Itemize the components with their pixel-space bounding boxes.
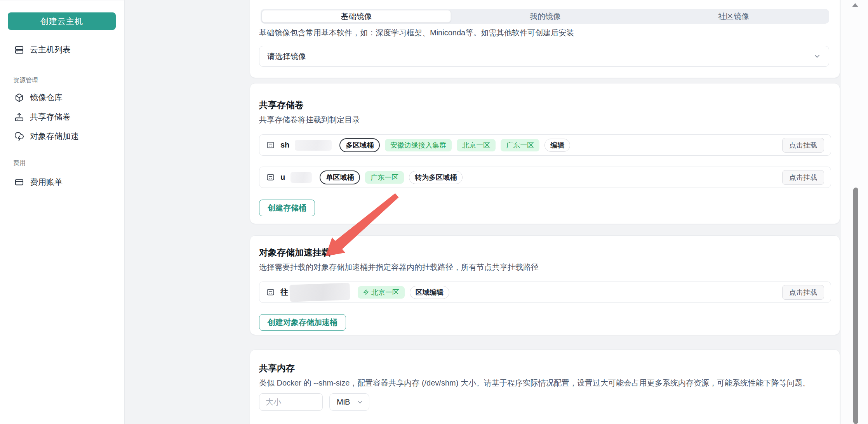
shared-storage-card: 共享存储卷 共享存储卷将挂载到制定目录 sh 多区域桶 安徽边缘接入集群 北京一…: [250, 83, 840, 224]
redacted-name-blob: [289, 283, 350, 302]
shared-storage-subtitle: 共享存储卷将挂载到制定目录: [259, 115, 360, 125]
image-tabs: 基础镜像 我的镜像 社区镜像: [261, 9, 829, 24]
region-tag: 北京一区: [358, 286, 405, 299]
hard-drive-icon: [266, 173, 275, 182]
bucket-tags: 单区域桶 广东一区 转为多区域桶: [320, 170, 463, 184]
server-icon: [15, 45, 24, 54]
sidebar-item-label: 共享存储卷: [30, 111, 71, 122]
storage-bucket-row: u 单区域桶 广东一区 转为多区域桶 点击挂载: [259, 167, 831, 188]
object-storage-subtitle: 选择需要挂载的对象存储加速桶并指定容器内的挂载路径，所有节点共享挂载路径: [259, 262, 539, 273]
redacted-name-blob: [295, 140, 332, 151]
sidebar-item-shared-volume[interactable]: 共享存储卷: [15, 111, 71, 123]
image-select-placeholder: 请选择镜像: [267, 51, 306, 62]
scrollbar: [841, 0, 868, 424]
sidebar-item-billing[interactable]: 费用账单: [15, 176, 63, 188]
region-tag: 北京一区: [457, 139, 496, 151]
sidebar-item-object-storage-accel[interactable]: 对象存储加速: [15, 130, 79, 142]
sidebar-item-host-list[interactable]: 云主机列表: [15, 43, 71, 56]
storage-bucket-row: sh 多区域桶 安徽边缘接入集群 北京一区 广东一区 编辑 点击挂载: [259, 134, 831, 156]
image-description: 基础镜像包含常用基本软件，如：深度学习框架、Miniconda等。如需其他软件可…: [259, 28, 574, 38]
shm-unit-select[interactable]: MiB: [329, 393, 369, 411]
chevron-down-icon: [357, 399, 364, 406]
shared-memory-card: 共享内存 类似 Docker 的 --shm-size，配置容器共享内存 (/d…: [250, 349, 840, 424]
image-select-card: 基础镜像 我的镜像 社区镜像 基础镜像包含常用基本软件，如：深度学习框架、Min…: [250, 0, 840, 78]
bucket-name: u: [280, 173, 285, 182]
redacted-name-blob: [290, 172, 312, 183]
mount-button[interactable]: 点击挂载: [782, 285, 824, 300]
bucket-name: 往: [280, 287, 288, 297]
image-select-dropdown[interactable]: 请选择镜像: [259, 46, 829, 67]
bucket-type-tag: 多区域桶: [339, 138, 380, 152]
tab-community-image[interactable]: 社区镜像: [640, 10, 828, 23]
region-tag: 安徽边缘接入集群: [385, 139, 452, 151]
shm-size-input[interactable]: [259, 393, 323, 411]
bucket-type-tag: 单区域桶: [320, 170, 360, 184]
sidebar-item-label: 云主机列表: [30, 44, 71, 55]
hard-drive-icon: [266, 141, 275, 149]
object-storage-card: 对象存储加速挂载 选择需要挂载的对象存储加速桶并指定容器内的挂载路径，所有节点共…: [250, 235, 840, 335]
accel-bucket-row: 往 北京一区 区域编辑 点击挂载: [259, 282, 831, 303]
mount-button[interactable]: 点击挂载: [782, 170, 824, 185]
tab-base-image[interactable]: 基础镜像: [262, 10, 451, 23]
region-edit-button[interactable]: 区域编辑: [410, 286, 449, 299]
sidebar-item-label: 对象存储加速: [30, 131, 79, 142]
sidebar-item-image-repo[interactable]: 镜像仓库: [15, 91, 63, 104]
convert-multi-region-button[interactable]: 转为多区域桶: [409, 171, 463, 184]
bucket-tags: 北京一区 区域编辑: [358, 286, 449, 299]
shared-storage-title: 共享存储卷: [259, 99, 304, 111]
package-icon: [15, 93, 24, 102]
region-tag-label: 北京一区: [371, 289, 399, 296]
region-tag: 广东一区: [365, 171, 404, 184]
shm-unit-value: MiB: [337, 398, 350, 407]
scrollbar-thumb[interactable]: [853, 188, 858, 424]
sidebar: 创建云主机 云主机列表 资源管理 镜像仓库 共享存储卷 对象存储加速 费用 费用…: [0, 0, 125, 424]
sidebar-item-label: 费用账单: [30, 177, 63, 188]
edit-tag-button[interactable]: 编辑: [544, 139, 570, 152]
object-storage-title: 对象存储加速挂载: [259, 247, 331, 259]
upload-icon: [15, 113, 24, 122]
create-bucket-button[interactable]: 创建存储桶: [259, 200, 315, 216]
shared-memory-description: 类似 Docker 的 --shm-size，配置容器共享内存 (/dev/sh…: [259, 378, 810, 388]
hard-drive-icon: [266, 288, 275, 297]
sidebar-section-resources: 资源管理: [13, 76, 38, 85]
create-cloud-host-button[interactable]: 创建云主机: [8, 12, 116, 30]
bucket-tags: 多区域桶 安徽边缘接入集群 北京一区 广东一区 编辑: [339, 138, 570, 152]
credit-card-icon: [15, 178, 24, 187]
bucket-name: sh: [280, 141, 289, 149]
create-accel-bucket-button[interactable]: 创建对象存储加速桶: [259, 314, 346, 331]
region-tag: 广东一区: [501, 139, 539, 151]
mount-button[interactable]: 点击挂载: [782, 138, 824, 153]
sidebar-section-billing: 费用: [13, 159, 26, 167]
shared-memory-title: 共享内存: [259, 362, 295, 374]
cloud-lightning-icon: [15, 132, 24, 141]
chevron-down-icon: [813, 52, 821, 60]
sidebar-item-label: 镜像仓库: [30, 92, 63, 103]
tab-my-image[interactable]: 我的镜像: [451, 10, 639, 23]
scroll-up-arrow[interactable]: [852, 3, 858, 7]
lightning-icon: [363, 289, 369, 295]
